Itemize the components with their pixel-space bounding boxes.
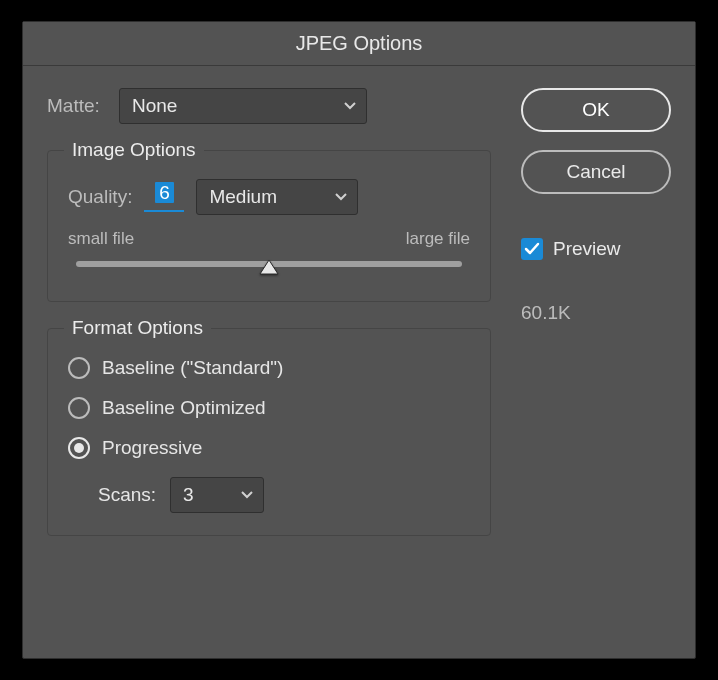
scans-row: Scans: 3 xyxy=(98,477,470,513)
chevron-down-icon xyxy=(344,102,356,110)
radio-label: Progressive xyxy=(102,437,202,459)
slider-labels: small file large file xyxy=(68,229,470,249)
quality-label: Quality: xyxy=(68,186,132,208)
small-file-label: small file xyxy=(68,229,134,249)
scans-select[interactable]: 3 xyxy=(170,477,264,513)
matte-select[interactable]: None xyxy=(119,88,367,124)
radio-icon[interactable] xyxy=(68,397,90,419)
quality-preset-value: Medium xyxy=(209,186,277,208)
jpeg-options-dialog: JPEG Options Matte: None Image Options Q… xyxy=(22,21,696,659)
quality-preset-select[interactable]: Medium xyxy=(196,179,358,215)
preview-row: Preview xyxy=(521,238,671,260)
file-size-text: 60.1K xyxy=(521,302,671,324)
image-options-title: Image Options xyxy=(64,139,204,161)
radio-label: Baseline ("Standard") xyxy=(102,357,283,379)
image-options-group: Image Options Quality: 6 Medium small fi… xyxy=(47,150,491,302)
large-file-label: large file xyxy=(406,229,470,249)
slider-thumb-icon[interactable] xyxy=(259,259,279,275)
format-radio-2[interactable]: Progressive xyxy=(68,437,470,459)
preview-label: Preview xyxy=(553,238,621,260)
matte-value: None xyxy=(132,95,177,117)
scans-value: 3 xyxy=(183,484,194,506)
scans-label: Scans: xyxy=(98,484,156,506)
dialog-body: Matte: None Image Options Quality: 6 Med… xyxy=(23,66,695,658)
quality-row: Quality: 6 Medium xyxy=(68,179,470,215)
format-radio-0[interactable]: Baseline ("Standard") xyxy=(68,357,470,379)
ok-button[interactable]: OK xyxy=(521,88,671,132)
dialog-title: JPEG Options xyxy=(23,22,695,66)
preview-checkbox[interactable] xyxy=(521,238,543,260)
format-options-group: Format Options Baseline ("Standard")Base… xyxy=(47,328,491,536)
quality-slider[interactable] xyxy=(76,261,462,267)
quality-input[interactable]: 6 xyxy=(144,182,184,212)
matte-row: Matte: None xyxy=(47,88,491,124)
chevron-down-icon xyxy=(335,193,347,201)
matte-label: Matte: xyxy=(47,95,107,117)
format-options-title: Format Options xyxy=(64,317,211,339)
cancel-button[interactable]: Cancel xyxy=(521,150,671,194)
right-column: OK Cancel Preview 60.1K xyxy=(521,88,671,634)
left-column: Matte: None Image Options Quality: 6 Med… xyxy=(47,88,491,634)
radio-icon[interactable] xyxy=(68,357,90,379)
format-radio-1[interactable]: Baseline Optimized xyxy=(68,397,470,419)
radio-label: Baseline Optimized xyxy=(102,397,266,419)
radio-icon[interactable] xyxy=(68,437,90,459)
chevron-down-icon xyxy=(241,491,253,499)
